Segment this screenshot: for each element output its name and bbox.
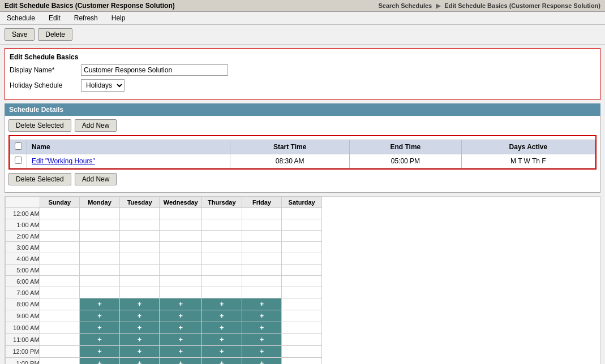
- calendar-active-cell[interactable]: +: [202, 334, 242, 346]
- menu-schedule[interactable]: Schedule: [5, 13, 37, 23]
- display-name-row: Display Name*: [10, 64, 595, 76]
- time-label: 8:00 AM: [6, 298, 40, 310]
- calendar-empty-cell: [40, 208, 80, 219]
- calendar-active-cell[interactable]: +: [242, 310, 282, 322]
- calendar-empty-cell: [80, 208, 120, 219]
- calendar-empty-cell: [282, 253, 322, 265]
- breadcrumb-current: Edit Schedule Basics (Customer Response …: [444, 2, 600, 9]
- calendar-active-cell[interactable]: +: [119, 322, 160, 334]
- calendar-active-cell[interactable]: +: [160, 358, 202, 365]
- calendar-active-cell[interactable]: +: [80, 346, 120, 358]
- calendar-empty-cell: [119, 265, 160, 276]
- calendar-empty-cell: [242, 231, 282, 242]
- calendar-active-cell[interactable]: +: [202, 298, 242, 310]
- calendar-active-cell[interactable]: +: [119, 334, 160, 346]
- calendar-active-cell[interactable]: +: [202, 310, 242, 322]
- calendar-time-row: 8:00 AM+++++: [6, 298, 322, 310]
- calendar-empty-cell: [80, 231, 120, 242]
- holiday-schedule-label: Holiday Schedule: [10, 81, 78, 89]
- calendar-empty-cell: [160, 253, 202, 265]
- calendar-empty-cell: [202, 253, 242, 265]
- calendar-empty-cell: [40, 334, 80, 346]
- calendar-active-cell[interactable]: +: [119, 310, 160, 322]
- bottom-add-new-button[interactable]: Add New: [75, 173, 117, 185]
- time-label: 10:00 AM: [6, 322, 40, 334]
- calendar-time-row: 11:00 AM+++++: [6, 334, 322, 346]
- calendar-active-cell[interactable]: +: [160, 346, 202, 358]
- calendar-active-cell[interactable]: +: [160, 322, 202, 334]
- bottom-delete-selected-button[interactable]: Delete Selected: [8, 173, 71, 185]
- calendar-empty-cell: [119, 287, 160, 298]
- calendar-time-row: 1:00 AM: [6, 219, 322, 231]
- calendar-active-cell[interactable]: +: [119, 346, 160, 358]
- save-button[interactable]: Save: [5, 28, 35, 41]
- row-checkbox[interactable]: [15, 157, 22, 164]
- calendar-time-row: 3:00 AM: [6, 242, 322, 253]
- calendar-active-cell[interactable]: +: [202, 346, 242, 358]
- menu-refresh[interactable]: Refresh: [72, 13, 100, 23]
- schedule-details-header: Schedule Details: [5, 103, 600, 116]
- calendar-active-cell[interactable]: +: [80, 322, 120, 334]
- holiday-schedule-row: Holiday Schedule Holidays: [10, 79, 595, 92]
- time-header: [6, 197, 40, 208]
- calendar-empty-cell: [202, 219, 242, 231]
- select-all-checkbox[interactable]: [15, 142, 22, 150]
- calendar-empty-cell: [282, 334, 322, 346]
- calendar-empty-cell: [282, 219, 322, 231]
- top-add-new-button[interactable]: Add New: [75, 119, 117, 132]
- calendar-empty-cell: [282, 208, 322, 219]
- calendar-active-cell[interactable]: +: [80, 334, 120, 346]
- calendar-active-cell[interactable]: +: [119, 358, 160, 365]
- calendar-active-cell[interactable]: +: [242, 358, 282, 365]
- calendar-active-cell[interactable]: +: [242, 346, 282, 358]
- calendar-active-cell[interactable]: +: [242, 334, 282, 346]
- schedule-table: Name Start Time End Time Days Active Edi…: [10, 140, 595, 168]
- calendar-active-cell[interactable]: +: [202, 358, 242, 365]
- calendar-empty-cell: [40, 287, 80, 298]
- calendar-active-cell[interactable]: +: [80, 310, 120, 322]
- delete-button[interactable]: Delete: [38, 28, 72, 41]
- calendar-active-cell[interactable]: +: [242, 322, 282, 334]
- col-name: Name: [27, 140, 230, 154]
- calendar-active-cell[interactable]: +: [160, 298, 202, 310]
- display-name-input[interactable]: [81, 64, 228, 76]
- calendar-active-cell[interactable]: +: [202, 322, 242, 334]
- calendar-empty-cell: [202, 287, 242, 298]
- breadcrumb-arrow: ▶: [436, 2, 440, 9]
- time-label: 9:00 AM: [6, 310, 40, 322]
- top-btn-container: Delete Selected Add New: [8, 119, 597, 132]
- calendar-empty-cell: [160, 242, 202, 253]
- holiday-schedule-select[interactable]: Holidays: [81, 79, 125, 92]
- time-label: 11:00 AM: [6, 334, 40, 346]
- menu-edit[interactable]: Edit: [46, 13, 63, 23]
- calendar-empty-cell: [282, 265, 322, 276]
- start-time-cell: 08:30 AM: [230, 154, 350, 168]
- time-label: 12:00 AM: [6, 208, 40, 219]
- calendar-time-row: 5:00 AM: [6, 265, 322, 276]
- calendar-time-row: 2:00 AM: [6, 231, 322, 242]
- calendar-empty-cell: [160, 287, 202, 298]
- calendar-active-cell[interactable]: +: [160, 310, 202, 322]
- calendar-empty-cell: [40, 242, 80, 253]
- calendar-time-row: 12:00 PM+++++: [6, 346, 322, 358]
- calendar-table: SundayMondayTuesdayWednesdayThursdayFrid…: [5, 197, 322, 364]
- time-label: 6:00 AM: [6, 276, 40, 287]
- calendar-empty-cell: [119, 276, 160, 287]
- calendar-empty-cell: [282, 276, 322, 287]
- menu-help[interactable]: Help: [109, 13, 128, 23]
- working-hours-link[interactable]: Edit "Working Hours": [32, 157, 95, 165]
- col-end-time: End Time: [350, 140, 462, 154]
- calendar-active-cell[interactable]: +: [160, 334, 202, 346]
- calendar-empty-cell: [40, 231, 80, 242]
- calendar-empty-cell: [119, 253, 160, 265]
- calendar-active-cell[interactable]: +: [242, 298, 282, 310]
- calendar-empty-cell: [282, 287, 322, 298]
- calendar-empty-cell: [80, 242, 120, 253]
- calendar-active-cell[interactable]: +: [80, 298, 120, 310]
- calendar-empty-cell: [40, 358, 80, 365]
- calendar-empty-cell: [80, 219, 120, 231]
- time-label: 4:00 AM: [6, 253, 40, 265]
- calendar-active-cell[interactable]: +: [119, 298, 160, 310]
- top-delete-selected-button[interactable]: Delete Selected: [8, 119, 71, 132]
- calendar-active-cell[interactable]: +: [80, 358, 120, 365]
